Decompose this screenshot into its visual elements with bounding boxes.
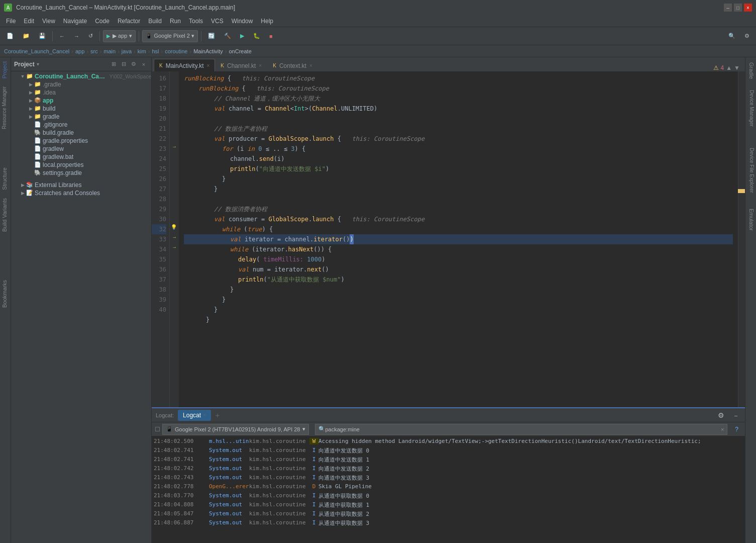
open-btn[interactable]: 📁 [19,30,33,42]
stop-btn[interactable]: ■ [266,30,276,42]
menu-tools[interactable]: Tools [185,17,207,26]
logcat-filter-input[interactable] [326,426,719,432]
tab-build-variants[interactable]: Build Variants [0,194,11,236]
code-line-24: channel.send(i) [184,154,733,164]
code-line-25: println("向通道中发送数据 $i") [184,164,733,174]
code-line-29: // 数据消费者协程 [184,204,733,214]
tab-mainactivity[interactable]: K MainActivity.kt × [154,59,215,71]
new-file-btn[interactable]: 📄 [3,30,17,42]
menu-edit[interactable]: Edit [20,17,38,26]
breadcrumb-hsl[interactable]: hsl [152,48,159,54]
code-line-31: while (true) { [184,224,733,234]
tree-local-properties[interactable]: ▶ 📄 local.properties [11,161,151,169]
right-tab-device-manager[interactable]: Device Manager [746,87,755,130]
tab-structure[interactable]: Structure [0,163,11,194]
logcat-minimize-btn[interactable]: – [731,409,741,421]
tree-build[interactable]: ▶ 📁 build [11,105,151,113]
breadcrumb-app[interactable]: app [75,48,84,54]
logcat-device-text: Google Pixel 2 (HT7BV1A02915) Android 9,… [175,426,300,432]
breadcrumb-mainactivity[interactable]: MainActivity [193,48,223,54]
run-btn[interactable]: ▶ [237,30,248,42]
save-btn[interactable]: 💾 [35,30,49,42]
settings-btn[interactable]: ⚙ [741,30,753,42]
close-channel-tab[interactable]: × [259,63,262,68]
menu-file[interactable]: File [2,17,20,26]
new-logcat-tab[interactable]: + [213,411,222,420]
breadcrumb-coroutine-pkg[interactable]: coroutine [165,48,187,54]
panel-expand-all[interactable]: ⊞ [109,60,118,69]
panel-settings[interactable]: ⚙ [129,60,138,69]
tree-gradlew[interactable]: ▶ 📄 gradlew [11,145,151,153]
tree-settings-gradle[interactable]: ▶ 🐘 settings.gradle [11,169,151,177]
tree-gradlew-bat[interactable]: ▶ 📄 gradlew.bat [11,153,151,161]
forward-btn[interactable]: → [70,30,83,42]
tree-gitignore[interactable]: ▶ 📄 .gitignore [11,121,151,129]
tab-bookmarks[interactable]: Bookmarks [0,276,11,312]
close-mainactivity-tab[interactable]: × [206,63,209,68]
close-context-tab[interactable]: × [309,63,312,68]
title-bar: A Coroutine_Launch_Cancel – MainActivity… [0,0,756,15]
close-logcat-tab[interactable]: × [203,412,206,418]
breadcrumb-src[interactable]: src [90,48,98,54]
logcat-settings-btn[interactable]: ⚙ [714,409,728,421]
menu-vcs[interactable]: VCS [207,17,228,26]
menu-window[interactable]: Window [228,17,257,26]
app-selector[interactable]: ▶ ▶ app ▾ [103,30,136,42]
logcat-device-selector[interactable]: 📱 Google Pixel 2 (HT7BV1A02915) Android … [162,424,309,435]
code-content[interactable]: runBlocking { this: CoroutineScope runBl… [179,71,738,407]
breadcrumb-kim[interactable]: kim [138,48,146,54]
sync-btn[interactable]: 🔄 [204,30,219,42]
close-button[interactable]: × [744,4,752,12]
breadcrumb-main[interactable]: main [103,48,116,54]
menu-run[interactable]: Run [166,17,185,26]
tree-app[interactable]: ▶ 📦 app [11,97,151,105]
tab-channel[interactable]: K Channel.kt × [215,59,267,71]
logcat-filter[interactable]: 🔍 × [315,424,728,435]
log-entry-6: 21:48:03.770 System.out kim.hsl.coroutin… [154,492,743,501]
right-sidebar: Gradle Device Manager Device File Explor… [745,57,756,543]
menu-build[interactable]: Build [144,17,166,26]
make-btn[interactable]: 🔨 [221,30,235,42]
refresh-btn[interactable]: ↺ [85,30,96,42]
debug-btn[interactable]: 🐛 [250,30,264,42]
breadcrumb-oncreate[interactable]: onCreate [229,48,252,54]
tab-project[interactable]: Project [0,57,11,82]
menu-help[interactable]: Help [257,17,277,26]
maximize-button[interactable]: □ [734,4,742,12]
tree-gradle[interactable]: ▶ 📁 .gradle [11,80,151,88]
breadcrumb: Coroutine_Launch_Cancel › app › src › ma… [0,45,756,57]
logcat-tab-main[interactable]: Logcat × [178,410,211,421]
right-tab-emulator[interactable]: Emulator [746,206,755,234]
tree-external-libraries[interactable]: ▶ 📚 External Libraries [11,181,151,189]
search-everywhere-btn[interactable]: 🔍 [725,30,739,42]
menu-view[interactable]: View [38,17,59,26]
menu-bar: File Edit View Navigate Code Refactor Bu… [0,15,756,27]
tree-build-gradle[interactable]: ▶ 🐘 build.gradle [11,129,151,137]
panel-collapse-all[interactable]: ⊟ [119,60,128,69]
device-selector[interactable]: 📱 Google Pixel 2 ▾ [142,30,198,42]
panel-close[interactable]: × [139,60,148,69]
tab-resource-manager[interactable]: Resource Manager [0,82,11,133]
right-tab-device-file-explorer[interactable]: Device File Explorer [746,145,755,196]
logcat-help-btn[interactable]: ? [731,423,742,435]
menu-refactor[interactable]: Refactor [114,17,144,26]
project-panel-title[interactable]: Project ▾ [14,61,39,68]
tree-gradle-folder[interactable]: ▶ 📁 gradle [11,113,151,121]
tab-context[interactable]: K Context.kt × [267,59,318,71]
left-sidebar-tabs: Project Resource Manager Structure Build… [0,57,11,543]
back-btn[interactable]: ← [56,30,68,42]
breadcrumb-java[interactable]: java [122,48,132,54]
right-tab-gradle[interactable]: Gradle [746,59,755,82]
logcat-filter-clear[interactable]: × [721,426,724,432]
menu-code[interactable]: Code [91,17,114,26]
app-selector-label: ▶ app [113,33,127,39]
project-tree: ▼ 📁 Coroutine_Launch_Cancel Y\002_WorkSp… [11,71,151,543]
logcat-content[interactable]: 21:48:02.500 m.hsl...utin kim.hsl.corout… [152,436,745,543]
tree-idea[interactable]: ▶ 📁 .idea [11,88,151,97]
tree-root[interactable]: ▼ 📁 Coroutine_Launch_Cancel Y\002_WorkSp… [11,72,151,80]
minimize-button[interactable]: – [724,4,732,12]
menu-navigate[interactable]: Navigate [59,17,91,26]
breadcrumb-coroutine[interactable]: Coroutine_Launch_Cancel [4,48,69,54]
tree-scratches[interactable]: ▶ 📝 Scratches and Consoles [11,189,151,197]
tree-gradle-properties[interactable]: ▶ 📄 gradle.properties [11,137,151,145]
